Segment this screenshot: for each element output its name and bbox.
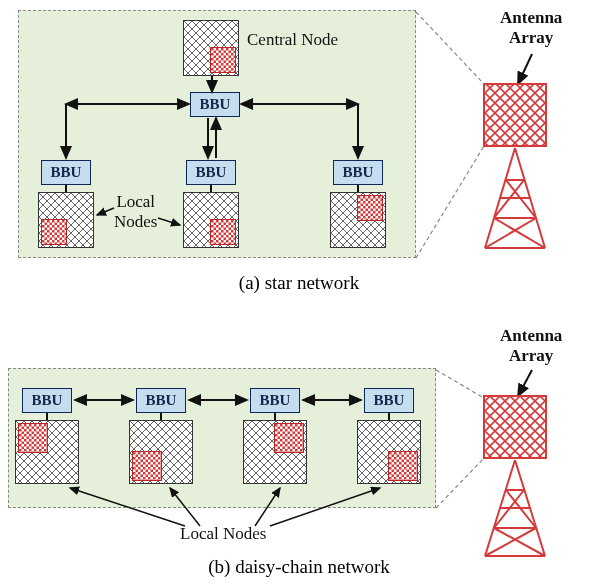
- caption-a: (a) star network: [0, 272, 598, 294]
- leadlines-bot: [0, 360, 598, 560]
- svg-line-51: [436, 458, 484, 508]
- leadlines-top: [0, 0, 598, 270]
- caption-b: (b) daisy-chain network: [0, 556, 598, 578]
- svg-line-50: [436, 370, 484, 398]
- svg-line-27: [416, 146, 484, 258]
- svg-line-26: [416, 12, 484, 84]
